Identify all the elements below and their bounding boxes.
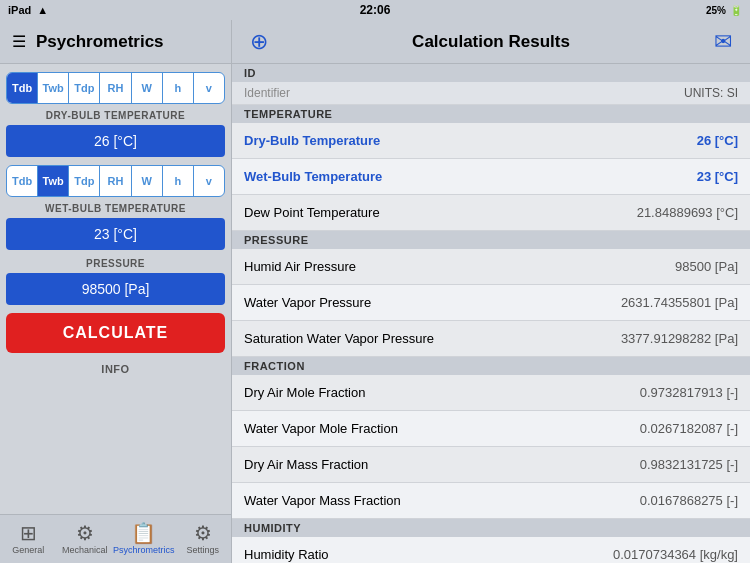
tab-tdp-wet[interactable]: Tdp (69, 166, 100, 196)
tab-rh-dry[interactable]: RH (100, 73, 131, 103)
email-button[interactable]: ✉ (708, 29, 738, 55)
battery-label: 25% (706, 5, 726, 16)
result-row-dry-air-mole: Dry Air Mole Fraction 0.9732817913 [-] (232, 375, 750, 411)
dry-bulb-temp-value: 26 [°C] (697, 133, 738, 148)
dry-bulb-value[interactable]: 26 [°C] (6, 125, 225, 157)
wet-bulb-value[interactable]: 23 [°C] (6, 218, 225, 250)
dew-point-label: Dew Point Temperature (244, 205, 380, 220)
info-label: INFO (6, 363, 225, 375)
tab-tdp-dry[interactable]: Tdp (69, 73, 100, 103)
pressure-value[interactable]: 98500 [Pa] (6, 273, 225, 305)
status-left: iPad ▲ (8, 4, 48, 16)
tab-w-wet[interactable]: W (132, 166, 163, 196)
tab-w-dry[interactable]: W (132, 73, 163, 103)
saturation-water-vapor-label: Saturation Water Vapor Pressure (244, 331, 434, 346)
calculate-button[interactable]: CALCULATE (6, 313, 225, 353)
right-panel: ⊕ Calculation Results ✉ ID Identifier UN… (232, 20, 750, 563)
add-button[interactable]: ⊕ (244, 29, 274, 55)
result-row-water-vapor-pressure: Water Vapor Pressure 2631.74355801 [Pa] (232, 285, 750, 321)
identifier-units: UNITS: SI (684, 86, 738, 100)
dry-bulb-temp-label: Dry-Bulb Temperature (244, 133, 380, 148)
humidity-ratio-label: Humidity Ratio (244, 547, 329, 562)
settings-icon: ⚙ (194, 523, 212, 543)
wet-bulb-temp-value: 23 [°C] (697, 169, 738, 184)
dry-air-mass-value: 0.9832131725 [-] (640, 457, 738, 472)
results-table: ID Identifier UNITS: SI TEMPERATURE Dry-… (232, 64, 750, 563)
result-row-saturation-water-vapor: Saturation Water Vapor Pressure 3377.912… (232, 321, 750, 357)
dry-air-mole-label: Dry Air Mole Fraction (244, 385, 365, 400)
humidity-ratio-value: 0.0170734364 [kg/kg] (613, 547, 738, 562)
dew-point-value: 21.84889693 [°C] (637, 205, 738, 220)
tab-bar-general[interactable]: ⊞ General (0, 515, 57, 563)
psychrometrics-icon: 📋 (131, 523, 156, 543)
battery-icon: 🔋 (730, 5, 742, 16)
mechanical-icon: ⚙ (76, 523, 94, 543)
wet-bulb-label: WET-BULB TEMPERATURE (6, 203, 225, 214)
tab-bar-psychrometrics[interactable]: 📋 Psychrometrics (113, 515, 175, 563)
section-header-pressure: PRESSURE (232, 231, 750, 249)
tab-v-dry[interactable]: v (194, 73, 224, 103)
humid-air-pressure-value: 98500 [Pa] (675, 259, 738, 274)
tab-bar-mechanical[interactable]: ⚙ Mechanical (57, 515, 114, 563)
ipad-label: iPad (8, 4, 31, 16)
section-header-temperature: TEMPERATURE (232, 105, 750, 123)
water-vapor-mole-label: Water Vapor Mole Fraction (244, 421, 398, 436)
general-icon: ⊞ (20, 523, 37, 543)
dry-bulb-label: DRY-BULB TEMPERATURE (6, 110, 225, 121)
identifier-label: Identifier (244, 86, 290, 100)
tab-tdb-dry[interactable]: Tdb (7, 73, 38, 103)
result-row-dry-air-mass: Dry Air Mass Fraction 0.9832131725 [-] (232, 447, 750, 483)
result-row-dry-bulb: Dry-Bulb Temperature 26 [°C] (232, 123, 750, 159)
wet-bulb-temp-label: Wet-Bulb Temperature (244, 169, 382, 184)
tab-bar-psychrometrics-label: Psychrometrics (113, 545, 175, 555)
tab-bar-settings[interactable]: ⚙ Settings (175, 515, 232, 563)
left-content: Tdb Twb Tdp RH W h v DRY-BULB TEMPERATUR… (0, 64, 231, 514)
status-time: 22:06 (360, 3, 391, 17)
dry-air-mole-value: 0.9732817913 [-] (640, 385, 738, 400)
humid-air-pressure-label: Humid Air Pressure (244, 259, 356, 274)
wifi-icon: ▲ (37, 4, 48, 16)
wet-bulb-tab-row: Tdb Twb Tdp RH W h v (6, 165, 225, 197)
tab-bar-settings-label: Settings (187, 545, 220, 555)
tab-v-wet[interactable]: v (194, 166, 224, 196)
result-row-humid-air-pressure: Humid Air Pressure 98500 [Pa] (232, 249, 750, 285)
water-vapor-mole-value: 0.0267182087 [-] (640, 421, 738, 436)
result-row-dew-point: Dew Point Temperature 21.84889693 [°C] (232, 195, 750, 231)
pressure-label: PRESSURE (6, 258, 225, 269)
tab-rh-wet[interactable]: RH (100, 166, 131, 196)
left-panel: ☰ Psychrometrics Tdb Twb Tdp RH W h v DR… (0, 20, 232, 563)
water-vapor-pressure-label: Water Vapor Pressure (244, 295, 371, 310)
status-bar: iPad ▲ 22:06 25% 🔋 (0, 0, 750, 20)
section-header-fraction: FRACTION (232, 357, 750, 375)
result-row-humidity-ratio: Humidity Ratio 0.0170734364 [kg/kg] (232, 537, 750, 563)
status-right: 25% 🔋 (706, 5, 742, 16)
section-header-humidity: HUMIDITY (232, 519, 750, 537)
saturation-water-vapor-value: 3377.91298282 [Pa] (621, 331, 738, 346)
main-layout: ☰ Psychrometrics Tdb Twb Tdp RH W h v DR… (0, 20, 750, 563)
result-row-water-vapor-mass: Water Vapor Mass Fraction 0.0167868275 [… (232, 483, 750, 519)
water-vapor-pressure-value: 2631.74355801 [Pa] (621, 295, 738, 310)
dry-bulb-tab-row: Tdb Twb Tdp RH W h v (6, 72, 225, 104)
identifier-row: Identifier UNITS: SI (232, 82, 750, 105)
tab-bar-mechanical-label: Mechanical (62, 545, 108, 555)
left-header: ☰ Psychrometrics (0, 20, 231, 64)
right-panel-title: Calculation Results (274, 32, 708, 52)
right-header: ⊕ Calculation Results ✉ (232, 20, 750, 64)
tab-bar: ⊞ General ⚙ Mechanical 📋 Psychrometrics … (0, 514, 231, 563)
result-row-water-vapor-mole: Water Vapor Mole Fraction 0.0267182087 [… (232, 411, 750, 447)
section-header-id: ID (232, 64, 750, 82)
tab-twb-dry[interactable]: Twb (38, 73, 69, 103)
tab-bar-general-label: General (12, 545, 44, 555)
tab-h-wet[interactable]: h (163, 166, 194, 196)
dry-air-mass-label: Dry Air Mass Fraction (244, 457, 368, 472)
menu-icon[interactable]: ☰ (12, 32, 26, 51)
tab-twb-wet[interactable]: Twb (38, 166, 69, 196)
result-row-wet-bulb: Wet-Bulb Temperature 23 [°C] (232, 159, 750, 195)
tab-tdb-wet[interactable]: Tdb (7, 166, 38, 196)
water-vapor-mass-value: 0.0167868275 [-] (640, 493, 738, 508)
left-panel-title: Psychrometrics (36, 32, 164, 52)
tab-h-dry[interactable]: h (163, 73, 194, 103)
water-vapor-mass-label: Water Vapor Mass Fraction (244, 493, 401, 508)
